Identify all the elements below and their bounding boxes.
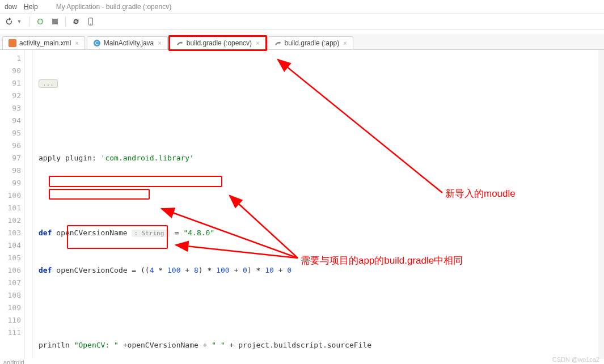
line-number: 100: [0, 189, 21, 202]
line-number: 94: [0, 115, 21, 127]
line-number: 107: [0, 277, 21, 289]
scrollbar[interactable]: [598, 50, 604, 359]
gradle-file-icon: [176, 39, 184, 47]
watermark: CSDN @wo1ca2: [552, 356, 599, 363]
line-number: 109: [0, 302, 21, 314]
line-number: 96: [0, 139, 21, 152]
annotation-text-must-match: 需要与项目的app的build.gradle中相同: [301, 254, 463, 267]
xml-file-icon: [9, 39, 16, 47]
tab-main-activity[interactable]: C MainActivity.java ×: [87, 36, 168, 49]
svg-rect-1: [52, 19, 58, 24]
gradle-file-icon: [274, 39, 282, 47]
annotation-box-namespace: [49, 176, 222, 187]
line-number: 103: [0, 227, 21, 239]
editor-tabs: activity_main.xml × C MainActivity.java …: [0, 34, 604, 50]
close-icon[interactable]: ×: [343, 40, 347, 46]
separator: [29, 16, 30, 27]
line-number: 92: [0, 90, 21, 102]
line-number: [0, 339, 21, 352]
svg-point-3: [90, 23, 91, 24]
window-title: My Application - build.gradle (:opencv): [56, 3, 171, 11]
line-number: 108: [0, 289, 21, 302]
line-number: 110: [0, 314, 21, 327]
menu-window[interactable]: dow: [5, 3, 17, 11]
line-number: 93: [0, 102, 21, 115]
line-number: 98: [0, 164, 21, 177]
toolbar: ▼: [0, 14, 604, 29]
separator: [65, 16, 66, 27]
tab-label: MainActivity.java: [104, 39, 154, 47]
bug-icon[interactable]: [36, 17, 45, 26]
fold-marker[interactable]: ...: [39, 79, 58, 88]
device-icon[interactable]: [86, 17, 95, 26]
line-number: 91: [0, 77, 21, 90]
line-number: 99: [0, 177, 21, 189]
svg-rect-4: [9, 39, 16, 47]
line-number: 104: [0, 239, 21, 252]
tab-build-gradle-opencv[interactable]: build.gradle (:opencv) ×: [170, 36, 266, 49]
code-area[interactable]: ... apply plugin: 'com.android.library' …: [33, 50, 598, 359]
line-number: 1: [0, 52, 21, 65]
annotation-text-new-module: 新导入的moudle: [445, 187, 516, 200]
close-icon[interactable]: ×: [75, 40, 78, 46]
line-number: 97: [0, 152, 21, 164]
sync-icon[interactable]: [71, 17, 81, 26]
line-number: 105: [0, 252, 21, 264]
menu-help[interactable]: HHelpelp: [24, 3, 38, 11]
line-number: 90: [0, 65, 21, 77]
editor: 1 90 91 92 93 94 95 96 97 98 99 100 101 …: [0, 50, 604, 359]
reload-icon[interactable]: [5, 17, 14, 26]
line-number: 111: [0, 327, 21, 339]
menubar: dow HHelpelp My Application - build.grad…: [0, 0, 604, 14]
line-number: 101: [0, 202, 21, 214]
fold-gutter: [25, 50, 33, 359]
tab-activity-main[interactable]: activity_main.xml ×: [2, 36, 85, 49]
stop-icon[interactable]: [50, 17, 60, 26]
svg-text:C: C: [95, 40, 99, 46]
line-number: 106: [0, 264, 21, 277]
tab-build-gradle-app[interactable]: build.gradle (:app) ×: [268, 36, 353, 49]
tab-label: activity_main.xml: [19, 39, 71, 47]
line-number: 102: [0, 214, 21, 227]
tab-label: build.gradle (:app): [285, 39, 340, 47]
line-gutter: 1 90 91 92 93 94 95 96 97 98 99 100 101 …: [0, 50, 25, 359]
java-file-icon: C: [93, 39, 101, 47]
close-icon[interactable]: ×: [158, 40, 161, 46]
line-number: 95: [0, 127, 21, 139]
tab-label: build.gradle (:opencv): [187, 39, 252, 47]
dropdown-arrow-icon[interactable]: ▼: [15, 17, 24, 26]
close-icon[interactable]: ×: [256, 40, 259, 46]
